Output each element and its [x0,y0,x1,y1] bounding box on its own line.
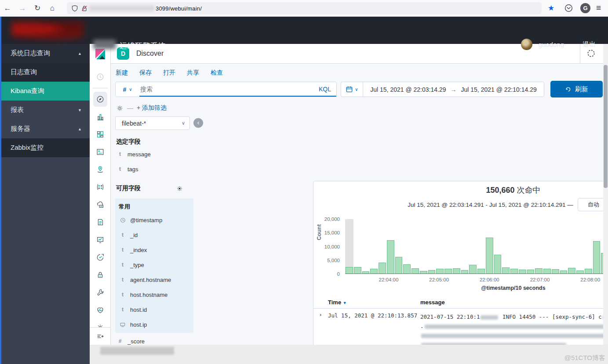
browser-home-icon[interactable]: ⌂ [45,4,60,13]
sidebar-item-3[interactable]: 报表▼ [0,101,90,119]
app-title: 运维预警系统 [120,41,166,51]
browser-profile-avatar[interactable]: G [580,3,590,13]
logout-link[interactable]: 退出 [583,40,596,49]
discover-compass-icon[interactable] [93,92,107,107]
histogram-bar [535,268,542,274]
browser-forward-icon[interactable]: → [15,4,30,13]
chevron-down-icon: ∨ [129,87,132,92]
field-type-icon: t [120,277,126,283]
help-icon[interactable] [587,49,595,59]
histogram-bar [494,255,502,274]
histogram-bar [411,268,419,274]
caret-icon: ▲ [78,127,82,131]
visualize-chart-icon[interactable] [93,109,107,124]
field-host.id[interactable]: thost.id [118,302,193,317]
recent-clock-icon[interactable] [93,69,107,84]
kibana-content: 新建保存打开共享检查 #∨ KQL ∨ Jul 15, 2021 @ 22:03… [111,64,603,345]
y-tick: 15,000 [324,230,340,235]
field-type-icon: t [120,306,126,313]
field-@timestamp[interactable]: @timestamp [118,213,193,227]
url-host-redacted [89,5,155,11]
histogram-bar [585,269,592,274]
toolbar-link-2[interactable]: 打开 [163,69,175,77]
saved-query-dropdown[interactable]: #∨ [116,86,139,93]
sidebar-item-0[interactable]: 系统日志查询▲ [0,44,90,63]
rail-divider [93,88,108,88]
rail-collapse-button[interactable] [90,327,110,345]
toolbar-link-4[interactable]: 检查 [211,69,223,77]
browser-toolbar: ← → ↻ ⌂ 3099/webui/main/ ★ G ≡ [0,0,608,17]
field-_index[interactable]: t_index [118,242,193,257]
histogram-bar [387,240,394,274]
field-agent.hostname[interactable]: tagent.hostname [118,272,193,287]
sidebar-item-5[interactable]: Zabbix监控 [0,138,90,157]
metrics-icon[interactable] [93,232,107,247]
user-avatar[interactable] [521,39,532,50]
sidebar-item-1[interactable]: 日志查询 [0,63,90,82]
kibana-logo-icon[interactable] [95,48,106,61]
calendar-dropdown[interactable]: ∨ [341,82,363,97]
popular-fields-title: 常用 [119,203,193,211]
field-message[interactable]: tmessage [115,147,198,162]
dev-tools-wrench-icon[interactable] [93,285,107,300]
username: guodong [539,41,564,48]
date-picker: ∨ Jul 15, 2021 @ 22:03:14.29 → Jul 15, 2… [341,82,544,97]
scrollbar-thumb[interactable] [604,65,608,188]
kibana-nav-rail [90,44,111,345]
histogram-bar [346,267,353,274]
histogram-bar [593,241,601,274]
uptime-cloud-icon[interactable] [93,197,107,212]
field-tags[interactable]: ttags [115,162,198,177]
histogram-bar [461,270,469,274]
browser-menu-icon[interactable]: ≡ [596,3,601,13]
shield-icon[interactable] [71,5,78,12]
kql-toggle[interactable]: KQL [313,86,336,93]
search-box: #∨ KQL [115,82,337,97]
column-header-time[interactable]: Time ▼ [328,299,347,306]
field-_type[interactable]: t_type [118,257,193,272]
browser-back-icon[interactable]: ← [0,4,15,13]
chart-time-range: Jul 15, 2021 @ 22:03:14.291 - Jul 15, 20… [408,202,573,208]
toolbar-link-1[interactable]: 保存 [139,69,152,77]
y-tick: 0 [337,271,340,277]
date-from[interactable]: Jul 15, 2021 @ 22:03:14.29 [370,86,446,93]
histogram-bar [362,271,370,274]
add-filter-link[interactable]: + 添加筛选 [137,104,167,112]
canvas-icon[interactable] [93,144,107,159]
histogram-bar [428,270,436,274]
date-to[interactable]: Jul 15, 2021 @ 22:10:14.29 [461,86,537,93]
filter-bar: — + 添加筛选 [116,104,167,112]
field-host.hostname[interactable]: thost.hostname [118,287,193,302]
machine-learning-icon[interactable] [93,180,107,195]
histogram-bar [510,269,518,274]
histogram-bar [568,268,575,274]
field-host.ip[interactable]: host.ip [118,317,193,332]
monitoring-heart-icon[interactable] [93,303,107,317]
maps-pin-icon[interactable] [93,162,107,177]
expand-row-icon[interactable]: › [319,311,322,318]
search-input[interactable] [139,86,313,93]
insecure-lock-icon[interactable] [81,5,88,12]
pocket-icon[interactable] [564,4,573,14]
bookmark-star-icon[interactable]: ★ [548,4,554,13]
sidebar-item-4[interactable]: 服务器▲ [0,119,90,138]
field-settings-gear-icon[interactable] [176,185,183,192]
field-_id[interactable]: t_id [118,227,193,242]
y-tick: 5,000 [327,258,340,263]
refresh-button[interactable]: 刷新 [550,81,603,97]
page-scrollbar[interactable] [603,44,608,345]
toolbar-link-0[interactable]: 新建 [116,69,128,77]
dashboard-icon[interactable] [93,127,107,142]
collapse-fields-button[interactable]: ‹ [193,118,203,128]
logs-icon[interactable] [93,215,107,230]
filter-settings-gear-icon[interactable] [116,105,124,112]
sidebar-item-2[interactable]: Kibana查询 [0,82,90,101]
toolbar-link-3[interactable]: 共享 [187,69,199,77]
field-type-icon: t [120,292,126,298]
app-title-prefix-redacted [93,40,116,49]
url-bar[interactable]: 3099/webui/main/ [67,2,542,14]
apm-icon[interactable] [93,250,107,265]
index-pattern-select[interactable]: filebeat-*∨ [115,116,190,130]
siem-lock-icon[interactable] [93,267,107,282]
browser-reload-icon[interactable]: ↻ [30,4,45,13]
